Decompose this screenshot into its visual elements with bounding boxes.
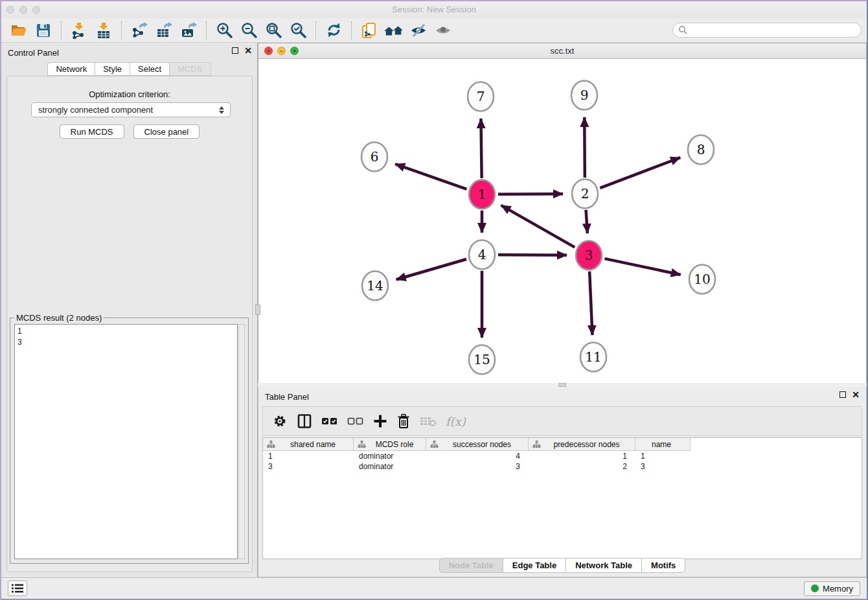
chevron-up-down-icon — [217, 106, 230, 114]
export-image-icon[interactable] — [179, 21, 198, 40]
graph-edge-3-11[interactable] — [589, 271, 592, 335]
float-panel-icon[interactable] — [232, 47, 238, 54]
memory-status-icon — [811, 584, 819, 592]
zoom-selected-icon[interactable] — [288, 21, 308, 40]
graph-node-label: 10 — [694, 271, 710, 287]
result-scrollbar[interactable] — [238, 324, 245, 559]
table-tabs: Node Table Edge Table Network Table Moti… — [258, 558, 866, 573]
network-window-titlebar[interactable]: × − + scc.txt — [258, 43, 866, 59]
table-panel: Table Panel ✕ — [258, 387, 867, 577]
columns-icon[interactable] — [297, 411, 312, 431]
table-cell[interactable]: 2 — [529, 461, 635, 472]
graph-edge-3-10[interactable] — [604, 259, 680, 275]
save-session-icon[interactable] — [34, 21, 53, 40]
column-header-shared-name[interactable]: shared name — [263, 438, 354, 451]
graph-edge-3-1[interactable] — [501, 205, 575, 248]
tab-network-table[interactable]: Network Table — [566, 558, 642, 573]
mcds-tab-body: Optimization criterion: strongly connect… — [6, 76, 253, 572]
tab-style[interactable]: Style — [95, 62, 130, 76]
graph-edge-4-3[interactable] — [498, 255, 567, 255]
graph-node-label: 9 — [580, 87, 589, 103]
network-window-title: scc.txt — [258, 46, 866, 56]
tab-node-table[interactable]: Node Table — [439, 558, 503, 573]
column-header-predecessor-nodes[interactable]: predecessor nodes — [529, 438, 635, 451]
clone-network-icon[interactable] — [360, 21, 379, 40]
result-line: 3 — [17, 337, 234, 348]
close-panel-icon[interactable]: ✕ — [244, 47, 252, 54]
table-cell[interactable]: dominator — [354, 461, 426, 472]
graph-node-label: 7 — [477, 89, 485, 104]
table-cell[interactable]: 1 — [529, 451, 635, 461]
tab-network[interactable]: Network — [47, 62, 95, 76]
tab-motifs[interactable]: Motifs — [642, 558, 685, 573]
zoom-out-icon[interactable] — [239, 21, 258, 40]
close-table-panel-icon[interactable]: ✕ — [852, 391, 860, 398]
table-cell[interactable]: dominator — [354, 451, 426, 461]
select-all-icon[interactable] — [321, 411, 338, 431]
table-row[interactable]: 1dominator411 — [263, 451, 862, 461]
tree-icon — [532, 440, 541, 448]
network-window: × − + scc.txt 79681243141015 — [258, 43, 867, 383]
panel-splitter-handle[interactable] — [255, 305, 260, 315]
graph-edge-2-8[interactable] — [600, 157, 680, 188]
task-history-button[interactable] — [8, 581, 27, 596]
refresh-icon[interactable] — [324, 21, 343, 40]
table-cell[interactable]: 3 — [426, 461, 529, 472]
run-mcds-button[interactable]: Run MCDS — [60, 124, 124, 139]
graph-edge-4-14[interactable] — [396, 259, 466, 280]
table-toolbar: f(x) — [262, 406, 862, 436]
table-row[interactable]: 3dominator323 — [263, 461, 862, 472]
network-canvas[interactable]: 7968124314101511 — [258, 59, 866, 383]
control-panel-header: Control Panel ✕ — [1, 43, 257, 62]
delete-table-icon[interactable] — [420, 411, 437, 431]
graph-node-label: 15 — [474, 352, 490, 367]
mcds-result-title: MCDS result (2 nodes) — [14, 313, 104, 323]
graph-edge-1-6[interactable] — [395, 164, 466, 189]
import-network-icon[interactable] — [69, 21, 89, 40]
close-panel-button[interactable]: Close panel — [133, 124, 200, 139]
table-cell[interactable]: 3 — [263, 461, 354, 472]
criterion-dropdown[interactable]: strongly connected component — [31, 102, 231, 117]
export-network-icon[interactable] — [130, 21, 149, 40]
toolbar-separator — [206, 21, 207, 40]
mcds-result-list[interactable]: 13 — [14, 324, 238, 559]
network-graph[interactable]: 7968124314101511 — [258, 59, 860, 383]
search-input[interactable] — [672, 23, 862, 38]
graph-node-label: 3 — [585, 248, 593, 263]
export-table-icon[interactable] — [154, 21, 174, 40]
houses-icon[interactable] — [384, 21, 404, 40]
memory-button[interactable]: Memory — [804, 581, 860, 596]
graph-node-label: 8 — [697, 142, 705, 157]
show-all-icon[interactable] — [433, 21, 453, 40]
graph-edge-1-2[interactable] — [498, 194, 563, 194]
memory-button-label: Memory — [823, 584, 853, 594]
deselect-all-icon[interactable] — [347, 411, 364, 431]
table-cell[interactable]: 3 — [635, 461, 691, 472]
window-title: Session: New Session — [1, 5, 867, 14]
gear-icon[interactable] — [272, 411, 288, 431]
column-header-name[interactable]: name — [635, 438, 691, 451]
column-header-successor-nodes[interactable]: successor nodes — [426, 438, 529, 451]
graph-edge-2-9[interactable] — [584, 117, 585, 178]
open-session-icon[interactable] — [9, 21, 29, 40]
mcds-result-box: MCDS result (2 nodes) 13 — [10, 317, 249, 564]
table-cell[interactable]: 4 — [426, 451, 529, 461]
tab-mcds[interactable]: MCDS — [170, 62, 211, 76]
toolbar-separator — [121, 21, 122, 40]
import-table-icon[interactable] — [94, 21, 113, 40]
node-table[interactable]: shared nameMCDS rolesuccessor nodesprede… — [262, 437, 862, 559]
add-icon[interactable] — [373, 411, 387, 431]
hide-selected-icon[interactable] — [409, 21, 428, 40]
float-table-panel-icon[interactable] — [839, 391, 846, 398]
column-header-MCDS-role[interactable]: MCDS role — [354, 438, 426, 451]
table-cell[interactable]: 1 — [263, 451, 354, 461]
table-cell[interactable]: 1 — [635, 451, 691, 461]
zoom-in-icon[interactable] — [214, 21, 234, 40]
graph-edge-1-7[interactable] — [481, 119, 481, 178]
graph-edge-2-3[interactable] — [586, 210, 588, 233]
trash-icon[interactable] — [396, 411, 411, 431]
function-icon[interactable]: f(x) — [446, 411, 466, 431]
zoom-fit-icon[interactable] — [264, 21, 283, 40]
tab-edge-table[interactable]: Edge Table — [503, 558, 566, 573]
tab-select[interactable]: Select — [130, 62, 170, 76]
